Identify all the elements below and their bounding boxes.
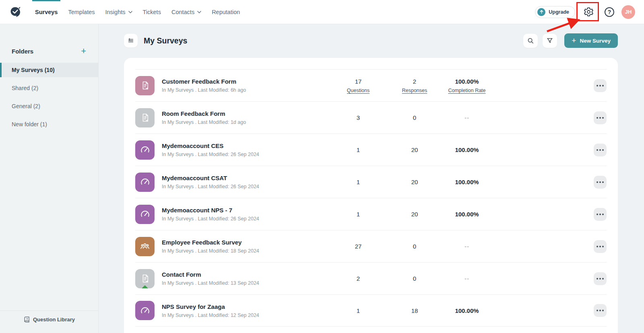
responses-stat: 20 <box>388 146 441 153</box>
sidebar-folder-item[interactable]: New folder (1) <box>0 117 98 132</box>
survey-text: NPS Survey for Zaaga In My Surveys . Las… <box>162 303 332 318</box>
survey-row[interactable]: NPS Survey for Zaaga In My Surveys . Las… <box>135 294 607 327</box>
questions-stat: 17 Questions <box>332 78 384 93</box>
doc-check-icon <box>135 269 155 288</box>
nav-item-label: Templates <box>68 9 95 15</box>
bird-check-logo-icon <box>8 5 23 19</box>
survey-meta: In My Surveys . Last Modified: 12 Sep 20… <box>162 312 332 318</box>
green-corner-badge <box>141 285 149 288</box>
row-actions-button[interactable] <box>594 79 607 92</box>
gauge-icon <box>135 140 155 160</box>
settings-gear-button[interactable] <box>583 6 594 17</box>
row-actions-button[interactable] <box>594 304 607 317</box>
responses-stat: 18 <box>388 307 441 314</box>
folders-sidebar: Folders + My Surveys (10)Shared (2)Gener… <box>0 24 99 333</box>
nav-item-label: Surveys <box>35 9 58 15</box>
row-actions-button[interactable] <box>594 208 607 221</box>
svg-text:?: ? <box>26 317 28 321</box>
doc-check-icon <box>135 76 155 95</box>
ellipsis-icon <box>597 278 598 280</box>
gauge-icon <box>135 301 155 320</box>
gauge-icon <box>135 173 155 192</box>
nav-item-contacts[interactable]: Contacts <box>166 0 206 24</box>
survey-title[interactable]: Customer Feedback Form <box>162 78 332 85</box>
new-survey-button[interactable]: + New Survey <box>564 33 618 48</box>
survey-title[interactable]: Mydemoaccount NPS - 7 <box>162 207 332 214</box>
responses-stat: 0 <box>388 243 441 250</box>
user-avatar[interactable]: JH <box>621 5 635 19</box>
chevron-down-icon <box>128 11 132 13</box>
completion-rate: 100.00% <box>441 78 493 85</box>
nav-item-surveys[interactable]: Surveys <box>30 0 63 24</box>
survey-title[interactable]: Room Feedback Form <box>162 110 332 117</box>
row-actions-button[interactable] <box>594 111 607 124</box>
ellipsis-icon <box>597 246 598 247</box>
questions-stat: 2 <box>332 275 384 282</box>
add-folder-button[interactable]: + <box>80 47 87 56</box>
plus-icon: + <box>572 37 576 44</box>
survey-row[interactable]: Room Feedback Form In My Surveys . Last … <box>135 101 607 134</box>
nav-item-tickets[interactable]: Tickets <box>138 0 166 24</box>
nav-item-label: Tickets <box>143 9 161 15</box>
responses-stat: 0 <box>388 275 441 282</box>
sidebar-folder-item[interactable]: My Surveys (10) <box>0 63 98 77</box>
nav-item-reputation[interactable]: Reputation <box>206 0 245 24</box>
survey-title[interactable]: Mydemoaccount CES <box>162 142 332 149</box>
questions-count: 3 <box>332 114 384 121</box>
survey-row[interactable]: Contact Form In My Surveys . Last Modifi… <box>135 262 607 294</box>
nav-item-insights[interactable]: Insights <box>100 0 138 24</box>
row-actions-button[interactable] <box>594 176 607 189</box>
question-mark-icon: ? <box>608 9 611 15</box>
sidebar-folder-item[interactable]: Shared (2) <box>0 81 98 95</box>
questions-stat: 3 <box>332 114 384 121</box>
survey-row[interactable]: Mydemoaccount CSAT In My Surveys . Last … <box>135 166 607 198</box>
survey-text: Mydemoaccount CES In My Surveys . Last M… <box>162 142 332 157</box>
responses-count: 0 <box>388 114 441 121</box>
survey-row[interactable]: Customer Feedback Form In My Surveys . L… <box>135 69 607 101</box>
questions-count: 17 <box>332 78 384 85</box>
survey-meta: In My Surveys . Last Modified: 18 Sep 20… <box>162 248 332 254</box>
completion-rate: -- <box>441 275 493 282</box>
questions-stat: 1 <box>332 179 384 185</box>
search-button[interactable] <box>523 34 538 48</box>
row-actions-button[interactable] <box>594 272 607 285</box>
ellipsis-icon <box>597 310 598 311</box>
chevron-down-icon <box>197 11 201 13</box>
survey-title[interactable]: Mydemoaccount CSAT <box>162 175 332 181</box>
question-library-button[interactable]: ? Question Library <box>0 310 98 333</box>
upgrade-button[interactable]: Upgrade <box>535 6 575 18</box>
avatar-initials: JH <box>625 9 632 15</box>
row-actions-button[interactable] <box>594 240 607 253</box>
survey-row[interactable]: Mydemoaccount CES In My Surveys . Last M… <box>135 134 607 166</box>
ellipsis-icon <box>597 117 598 119</box>
search-icon <box>527 37 534 44</box>
survey-text: Mydemoaccount NPS - 7 In My Surveys . La… <box>162 207 332 222</box>
page-title: My Surveys <box>144 36 187 45</box>
survey-title[interactable]: Employee Feedback Survey <box>162 239 332 246</box>
survey-title[interactable]: NPS Survey for Zaaga <box>162 303 332 310</box>
completion-stat: 100.00% <box>441 307 493 314</box>
completion-rate: -- <box>441 243 493 250</box>
filter-button[interactable] <box>543 34 557 48</box>
nav-item-label: Contacts <box>171 9 194 15</box>
help-button[interactable]: ? <box>605 7 614 17</box>
nav-item-label: Reputation <box>212 9 240 15</box>
toggle-folders-button[interactable] <box>124 34 138 47</box>
questions-count: 1 <box>332 307 384 314</box>
survey-row[interactable]: Mydemoaccount NPS - 7 In My Surveys . La… <box>135 198 607 230</box>
responses-label[interactable]: Responses <box>388 88 441 93</box>
completion-stat: -- <box>441 243 493 250</box>
completion-label[interactable]: Completion Rate <box>441 88 493 93</box>
app-logo[interactable] <box>8 0 23 24</box>
upgrade-label: Upgrade <box>549 9 569 15</box>
responses-count: 0 <box>388 243 441 250</box>
questions-label[interactable]: Questions <box>332 88 384 93</box>
survey-row[interactable]: Employee Feedback Survey In My Surveys .… <box>135 230 607 262</box>
survey-title[interactable]: Contact Form <box>162 271 332 278</box>
row-actions-button[interactable] <box>594 144 607 156</box>
responses-stat: 20 <box>388 211 441 218</box>
nav-item-templates[interactable]: Templates <box>63 0 100 24</box>
sidebar-folder-item[interactable]: General (2) <box>0 99 98 113</box>
folder-item-label: Shared (2) <box>12 85 38 91</box>
survey-text: Contact Form In My Surveys . Last Modifi… <box>162 271 332 286</box>
